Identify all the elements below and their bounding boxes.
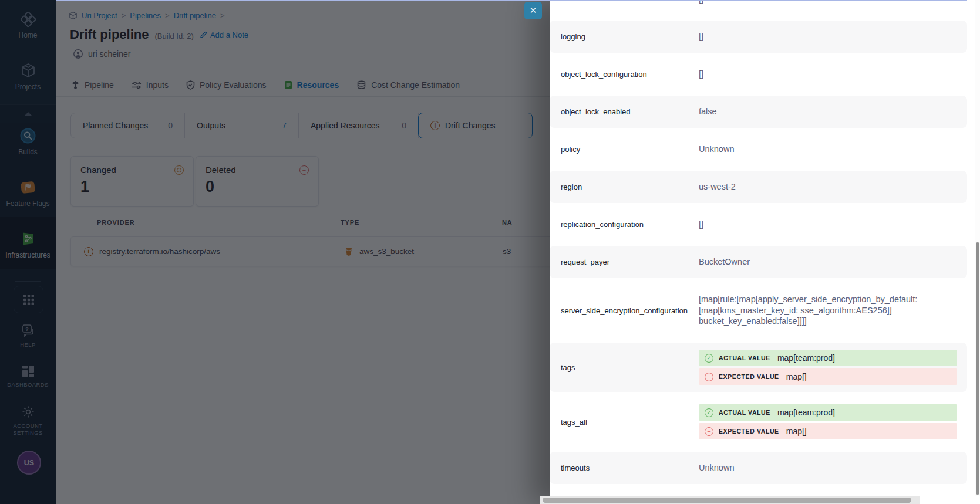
- expected-value-badge: EXPECTED VALUE map[]: [699, 423, 957, 439]
- property-value: [map[rule:[map[apply_server_side_encrypt…: [699, 294, 963, 327]
- property-row-logging: logging []: [550, 21, 967, 53]
- property-row-object-lock-configuration: object_lock_configuration []: [550, 58, 967, 90]
- property-row-server-side-encryption: server_side_encryption_configuration [ma…: [550, 283, 967, 337]
- property-key: tags_all: [550, 418, 699, 427]
- expected-value-text: map[]: [786, 427, 807, 436]
- property-key: server_side_encryption_configuration: [550, 306, 699, 315]
- property-key: policy: [550, 145, 699, 154]
- expected-value-label: EXPECTED VALUE: [719, 373, 779, 380]
- property-row-policy: policy Unknown: [550, 133, 967, 165]
- drawer-vertical-scrollbar[interactable]: [975, 0, 980, 496]
- property-key: region: [550, 182, 699, 191]
- actual-value-label: ACTUAL VALUE: [719, 409, 770, 416]
- property-key: logging: [550, 32, 699, 41]
- property-value: us-west-2: [699, 181, 736, 192]
- property-row-region: region us-west-2: [550, 171, 967, 203]
- property-rows: [] logging [] object_lock_configuration …: [550, 0, 967, 489]
- expected-value-text: map[]: [786, 372, 807, 381]
- property-key: request_payer: [550, 258, 699, 266]
- expected-value-label: EXPECTED VALUE: [719, 428, 779, 435]
- actual-value-label: ACTUAL VALUE: [719, 354, 770, 361]
- property-row-request-payer: request_payer BucketOwner: [550, 246, 967, 278]
- property-key: object_lock_configuration: [550, 70, 699, 79]
- property-row-clipped: []: [550, 0, 967, 15]
- property-row-timeouts: timeouts Unknown: [550, 452, 967, 484]
- top-accent-line: [56, 0, 967, 1]
- minus-circle-icon: [705, 373, 713, 381]
- horizontal-scrollbar-thumb[interactable]: [543, 498, 911, 503]
- property-row-tags-all: tags_all ACTUAL VALUE map[team:prod] EXP…: [550, 397, 967, 447]
- drawer-close-button[interactable]: ✕: [524, 2, 542, 19]
- property-row-object-lock-enabled: object_lock_enabled false: [550, 96, 967, 128]
- property-key: tags: [550, 363, 699, 372]
- check-circle-icon: [705, 354, 713, 363]
- property-key: object_lock_enabled: [550, 107, 699, 116]
- tags-value-comparison: ACTUAL VALUE map[team:prod] EXPECTED VAL…: [699, 345, 957, 390]
- tags-all-value-comparison: ACTUAL VALUE map[team:prod] EXPECTED VAL…: [699, 400, 957, 444]
- expected-value-badge: EXPECTED VALUE map[]: [699, 368, 957, 385]
- drift-details-drawer: [] logging [] object_lock_configuration …: [550, 0, 980, 504]
- property-value: BucketOwner: [699, 256, 750, 268]
- property-row-tags: tags ACTUAL VALUE map[team:prod] EXPECTE…: [550, 343, 967, 392]
- property-key: timeouts: [550, 464, 699, 472]
- property-value: false: [699, 106, 717, 117]
- property-value: []: [699, 219, 703, 230]
- property-value: []: [699, 69, 703, 80]
- property-value: Unknown: [699, 462, 734, 473]
- check-circle-icon: [705, 408, 713, 417]
- property-value: Unknown: [699, 144, 734, 155]
- actual-value-text: map[team:prod]: [777, 353, 835, 363]
- minus-circle-icon: [705, 427, 713, 436]
- close-icon: ✕: [530, 5, 537, 16]
- actual-value-badge: ACTUAL VALUE map[team:prod]: [699, 404, 957, 421]
- property-row-replication-configuration: replication_configuration []: [550, 208, 967, 241]
- actual-value-badge: ACTUAL VALUE map[team:prod]: [699, 350, 957, 366]
- property-key: replication_configuration: [550, 220, 699, 229]
- drawer-horizontal-scrollbar[interactable]: [540, 496, 920, 504]
- actual-value-text: map[team:prod]: [777, 408, 835, 417]
- property-value: []: [699, 31, 703, 42]
- vertical-scrollbar-thumb[interactable]: [976, 242, 979, 495]
